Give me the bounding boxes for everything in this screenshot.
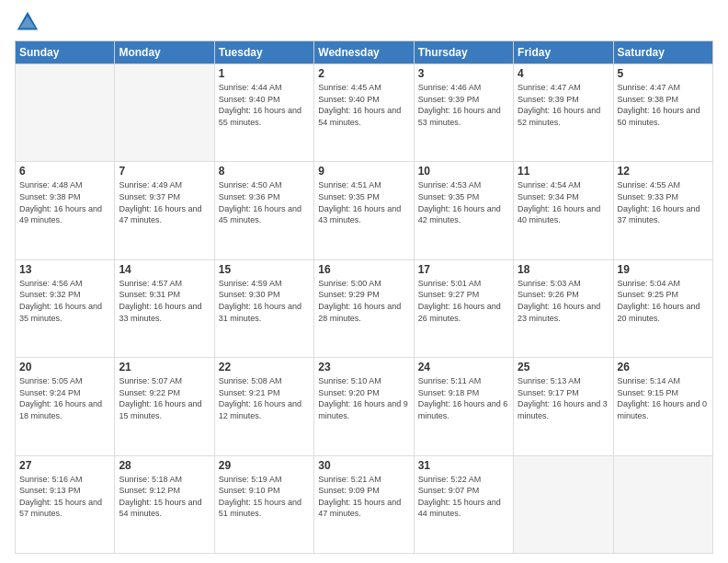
- day-info: Sunrise: 5:19 AM Sunset: 9:10 PM Dayligh…: [219, 474, 310, 520]
- calendar-cell: [16, 64, 115, 162]
- day-info: Sunrise: 4:49 AM Sunset: 9:37 PM Dayligh…: [119, 179, 210, 225]
- day-info: Sunrise: 4:55 AM Sunset: 9:33 PM Dayligh…: [618, 179, 709, 225]
- calendar-cell: 21Sunrise: 5:07 AM Sunset: 9:22 PM Dayli…: [115, 358, 214, 455]
- day-number: 6: [19, 165, 110, 178]
- day-number: 27: [19, 459, 110, 472]
- day-info: Sunrise: 5:00 AM Sunset: 9:29 PM Dayligh…: [318, 278, 409, 324]
- calendar-cell: 31Sunrise: 5:22 AM Sunset: 9:07 PM Dayli…: [414, 455, 513, 553]
- week-row-5: 27Sunrise: 5:16 AM Sunset: 9:13 PM Dayli…: [16, 455, 713, 553]
- day-number: 20: [19, 361, 110, 373]
- day-info: Sunrise: 5:10 AM Sunset: 9:20 PM Dayligh…: [318, 375, 409, 421]
- day-number: 16: [318, 263, 409, 276]
- day-info: Sunrise: 4:46 AM Sunset: 9:39 PM Dayligh…: [418, 82, 509, 128]
- day-number: 7: [119, 165, 210, 178]
- day-number: 10: [418, 165, 509, 178]
- logo: [15, 9, 44, 35]
- page: SundayMondayTuesdayWednesdayThursdayFrid…: [0, 0, 728, 563]
- day-number: 19: [618, 263, 709, 276]
- calendar-cell: 16Sunrise: 5:00 AM Sunset: 9:29 PM Dayli…: [314, 259, 414, 357]
- calendar-cell: 13Sunrise: 4:56 AM Sunset: 9:32 PM Dayli…: [16, 259, 115, 357]
- calendar-cell: [115, 64, 214, 162]
- calendar-cell: 22Sunrise: 5:08 AM Sunset: 9:21 PM Dayli…: [214, 358, 313, 455]
- day-number: 14: [119, 263, 210, 276]
- day-number: 23: [318, 361, 409, 373]
- calendar-cell: 11Sunrise: 4:54 AM Sunset: 9:34 PM Dayli…: [514, 162, 613, 259]
- col-header-tuesday: Tuesday: [214, 41, 313, 64]
- day-info: Sunrise: 4:54 AM Sunset: 9:34 PM Dayligh…: [518, 179, 609, 225]
- calendar-cell: 18Sunrise: 5:03 AM Sunset: 9:26 PM Dayli…: [514, 259, 613, 357]
- calendar-cell: 23Sunrise: 5:10 AM Sunset: 9:20 PM Dayli…: [314, 358, 414, 455]
- day-info: Sunrise: 5:14 AM Sunset: 9:15 PM Dayligh…: [618, 375, 709, 421]
- day-number: 25: [518, 361, 609, 373]
- day-number: 11: [518, 165, 609, 178]
- calendar-cell: 14Sunrise: 4:57 AM Sunset: 9:31 PM Dayli…: [115, 259, 214, 357]
- col-header-wednesday: Wednesday: [314, 41, 414, 64]
- day-info: Sunrise: 5:01 AM Sunset: 9:27 PM Dayligh…: [418, 278, 509, 324]
- week-row-1: 1Sunrise: 4:44 AM Sunset: 9:40 PM Daylig…: [16, 64, 713, 162]
- calendar-cell: 30Sunrise: 5:21 AM Sunset: 9:09 PM Dayli…: [314, 455, 414, 553]
- day-info: Sunrise: 5:07 AM Sunset: 9:22 PM Dayligh…: [119, 375, 210, 421]
- col-header-friday: Friday: [514, 41, 613, 64]
- day-info: Sunrise: 5:11 AM Sunset: 9:18 PM Dayligh…: [418, 375, 509, 421]
- day-number: 2: [318, 67, 409, 80]
- calendar-cell: 2Sunrise: 4:45 AM Sunset: 9:40 PM Daylig…: [314, 64, 414, 162]
- col-header-sunday: Sunday: [16, 41, 115, 64]
- week-row-2: 6Sunrise: 4:48 AM Sunset: 9:38 PM Daylig…: [16, 162, 713, 259]
- day-number: 31: [418, 459, 509, 472]
- calendar-table: SundayMondayTuesdayWednesdayThursdayFrid…: [15, 40, 713, 554]
- day-number: 22: [219, 361, 310, 373]
- calendar-cell: 24Sunrise: 5:11 AM Sunset: 9:18 PM Dayli…: [414, 358, 513, 455]
- calendar-cell: 17Sunrise: 5:01 AM Sunset: 9:27 PM Dayli…: [414, 259, 513, 357]
- col-header-saturday: Saturday: [613, 41, 712, 64]
- day-number: 18: [518, 263, 609, 276]
- week-row-4: 20Sunrise: 5:05 AM Sunset: 9:24 PM Dayli…: [16, 358, 713, 455]
- day-info: Sunrise: 4:47 AM Sunset: 9:39 PM Dayligh…: [518, 82, 609, 128]
- day-number: 29: [219, 459, 310, 472]
- day-number: 9: [318, 165, 409, 178]
- calendar-cell: 10Sunrise: 4:53 AM Sunset: 9:35 PM Dayli…: [414, 162, 513, 259]
- day-info: Sunrise: 5:08 AM Sunset: 9:21 PM Dayligh…: [219, 375, 310, 421]
- day-number: 15: [219, 263, 310, 276]
- day-number: 5: [618, 67, 709, 80]
- col-header-thursday: Thursday: [414, 41, 513, 64]
- calendar-cell: 9Sunrise: 4:51 AM Sunset: 9:35 PM Daylig…: [314, 162, 414, 259]
- calendar-cell: 3Sunrise: 4:46 AM Sunset: 9:39 PM Daylig…: [414, 64, 513, 162]
- day-info: Sunrise: 4:53 AM Sunset: 9:35 PM Dayligh…: [418, 179, 509, 225]
- day-info: Sunrise: 4:59 AM Sunset: 9:30 PM Dayligh…: [219, 278, 310, 324]
- header: [15, 9, 713, 35]
- calendar-header-row: SundayMondayTuesdayWednesdayThursdayFrid…: [16, 41, 713, 64]
- day-info: Sunrise: 5:22 AM Sunset: 9:07 PM Dayligh…: [418, 474, 509, 520]
- day-info: Sunrise: 5:21 AM Sunset: 9:09 PM Dayligh…: [318, 474, 409, 520]
- calendar-cell: 8Sunrise: 4:50 AM Sunset: 9:36 PM Daylig…: [214, 162, 313, 259]
- day-number: 8: [219, 165, 310, 178]
- day-info: Sunrise: 4:48 AM Sunset: 9:38 PM Dayligh…: [19, 179, 110, 225]
- calendar-cell: 4Sunrise: 4:47 AM Sunset: 9:39 PM Daylig…: [514, 64, 613, 162]
- calendar-cell: [613, 455, 712, 553]
- calendar-cell: 19Sunrise: 5:04 AM Sunset: 9:25 PM Dayli…: [613, 259, 712, 357]
- day-info: Sunrise: 4:50 AM Sunset: 9:36 PM Dayligh…: [219, 179, 310, 225]
- day-number: 13: [19, 263, 110, 276]
- calendar-cell: 29Sunrise: 5:19 AM Sunset: 9:10 PM Dayli…: [214, 455, 313, 553]
- day-number: 26: [618, 361, 709, 373]
- day-info: Sunrise: 4:44 AM Sunset: 9:40 PM Dayligh…: [219, 82, 310, 128]
- day-info: Sunrise: 4:57 AM Sunset: 9:31 PM Dayligh…: [119, 278, 210, 324]
- day-number: 1: [219, 67, 310, 80]
- calendar-cell: 26Sunrise: 5:14 AM Sunset: 9:15 PM Dayli…: [613, 358, 712, 455]
- day-info: Sunrise: 5:05 AM Sunset: 9:24 PM Dayligh…: [19, 375, 110, 421]
- day-number: 12: [618, 165, 709, 178]
- calendar-cell: 28Sunrise: 5:18 AM Sunset: 9:12 PM Dayli…: [115, 455, 214, 553]
- day-number: 3: [418, 67, 509, 80]
- calendar-cell: 20Sunrise: 5:05 AM Sunset: 9:24 PM Dayli…: [16, 358, 115, 455]
- day-number: 30: [318, 459, 409, 472]
- calendar-cell: 25Sunrise: 5:13 AM Sunset: 9:17 PM Dayli…: [514, 358, 613, 455]
- day-info: Sunrise: 4:45 AM Sunset: 9:40 PM Dayligh…: [318, 82, 409, 128]
- day-number: 17: [418, 263, 509, 276]
- calendar-cell: 5Sunrise: 4:47 AM Sunset: 9:38 PM Daylig…: [613, 64, 712, 162]
- day-info: Sunrise: 5:13 AM Sunset: 9:17 PM Dayligh…: [518, 375, 609, 421]
- calendar-cell: 27Sunrise: 5:16 AM Sunset: 9:13 PM Dayli…: [16, 455, 115, 553]
- logo-icon: [15, 9, 40, 35]
- calendar-cell: 7Sunrise: 4:49 AM Sunset: 9:37 PM Daylig…: [115, 162, 214, 259]
- calendar-cell: 12Sunrise: 4:55 AM Sunset: 9:33 PM Dayli…: [613, 162, 712, 259]
- day-number: 24: [418, 361, 509, 373]
- day-info: Sunrise: 5:16 AM Sunset: 9:13 PM Dayligh…: [19, 474, 110, 520]
